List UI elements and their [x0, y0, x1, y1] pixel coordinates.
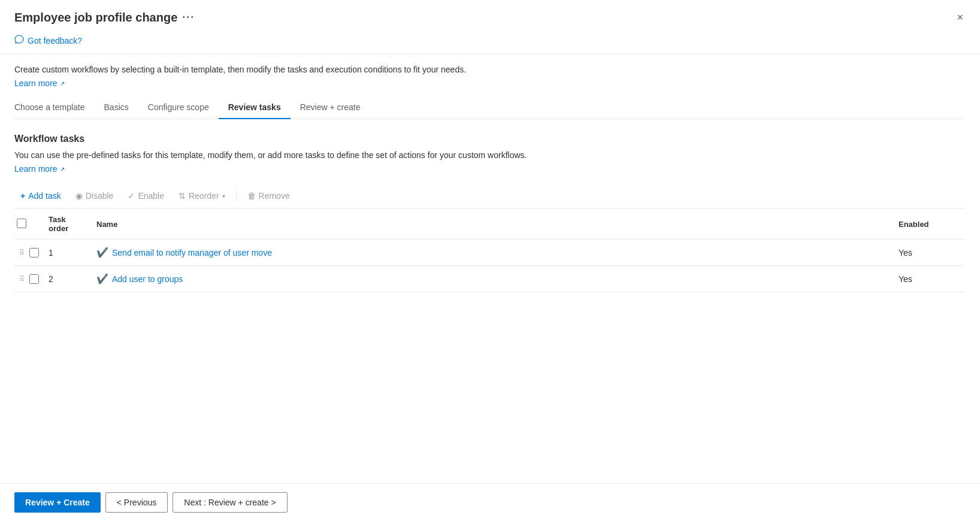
remove-button[interactable]: 🗑 Remove [241, 188, 296, 204]
row1-order: 1 [44, 240, 92, 266]
row2-status-icon: ✔️ [96, 273, 108, 284]
section-description: You can use the pre-defined tasks for th… [14, 149, 966, 162]
tab-review-tasks[interactable]: Review tasks [219, 98, 291, 119]
task-toolbar: + Add task ◉ Disable ✓ Enable ⇅ Reorder … [14, 183, 966, 209]
tab-basics[interactable]: Basics [95, 98, 138, 119]
row1-select-cell: ⠿ [14, 240, 44, 266]
add-task-button[interactable]: + Add task [14, 188, 67, 204]
disable-button[interactable]: ◉ Disable [69, 188, 120, 204]
table-row: ⠿ 2 ✔️ Add user to groups Yes [14, 266, 966, 292]
window-title-area: Employee job profile change ··· [14, 11, 195, 25]
section-title: Workflow tasks [14, 134, 966, 144]
close-button[interactable]: × [954, 10, 966, 25]
external-link-icon-top: ↗ [60, 80, 65, 87]
feedback-link[interactable]: Got feedback? [28, 36, 82, 46]
drag-handle-1[interactable]: ⠿ [19, 249, 25, 257]
select-all-checkbox[interactable] [17, 219, 26, 228]
row1-name: ✔️ Send email to notify manager of user … [92, 240, 894, 266]
task-table: Task order Name Enabled ⠿ 1 [14, 209, 966, 292]
dialog-header: Employee job profile change ··· × [0, 0, 980, 32]
row2-select-cell: ⠿ [14, 266, 44, 292]
external-link-icon-workflow: ↗ [60, 166, 65, 172]
row2-name: ✔️ Add user to groups [92, 266, 894, 292]
toolbar-divider [236, 190, 237, 202]
tab-configure-scope[interactable]: Configure scope [138, 98, 219, 119]
content-area: Create custom workflows by selecting a b… [0, 54, 980, 483]
learn-more-link-workflow[interactable]: Learn more ↗ [14, 164, 65, 174]
check-icon: ✓ [128, 191, 135, 201]
review-create-button[interactable]: Review + Create [14, 492, 101, 513]
learn-more-link-top[interactable]: Learn more ↗ [14, 78, 966, 88]
row1-task-link[interactable]: ✔️ Send email to notify manager of user … [96, 247, 272, 258]
trash-icon: 🗑 [247, 191, 256, 201]
wizard-tabs: Choose a template Basics Configure scope… [14, 98, 966, 119]
drag-handle-2[interactable]: ⠿ [19, 275, 25, 283]
row1-checkbox[interactable] [29, 248, 39, 258]
previous-button[interactable]: < Previous [105, 492, 168, 513]
chevron-down-icon: ▾ [222, 193, 225, 199]
reorder-button[interactable]: ⇅ Reorder ▾ [173, 188, 231, 204]
row2-task-link[interactable]: ✔️ Add user to groups [96, 273, 183, 284]
row2-enabled: Yes [894, 266, 966, 292]
col-header-task-order: Task order [44, 209, 92, 240]
next-button[interactable]: Next : Review + create > [173, 492, 287, 513]
ellipsis-menu[interactable]: ··· [182, 11, 195, 24]
row1-enabled: Yes [894, 240, 966, 266]
tab-review-create[interactable]: Review + create [291, 98, 370, 119]
col-header-enabled: Enabled [894, 209, 966, 240]
row2-order: 2 [44, 266, 92, 292]
select-all-header [14, 209, 44, 240]
plus-icon: + [20, 191, 25, 201]
tab-choose-template[interactable]: Choose a template [14, 98, 95, 119]
row1-status-icon: ✔️ [96, 247, 108, 258]
page-description: Create custom workflows by selecting a b… [14, 63, 966, 76]
enable-button[interactable]: ✓ Enable [122, 188, 170, 204]
workflow-section: Workflow tasks You can use the pre-defin… [14, 134, 966, 292]
col-header-name: Name [92, 209, 894, 240]
table-row: ⠿ 1 ✔️ Send email to notify manager of u… [14, 240, 966, 266]
window-title: Employee job profile change [14, 11, 177, 25]
reorder-icon: ⇅ [179, 191, 186, 201]
wizard-footer: Review + Create < Previous Next : Review… [0, 483, 980, 521]
disable-icon: ◉ [75, 191, 83, 201]
feedback-bar: Got feedback? [0, 32, 980, 53]
feedback-icon [14, 35, 24, 46]
row2-checkbox[interactable] [29, 274, 39, 284]
